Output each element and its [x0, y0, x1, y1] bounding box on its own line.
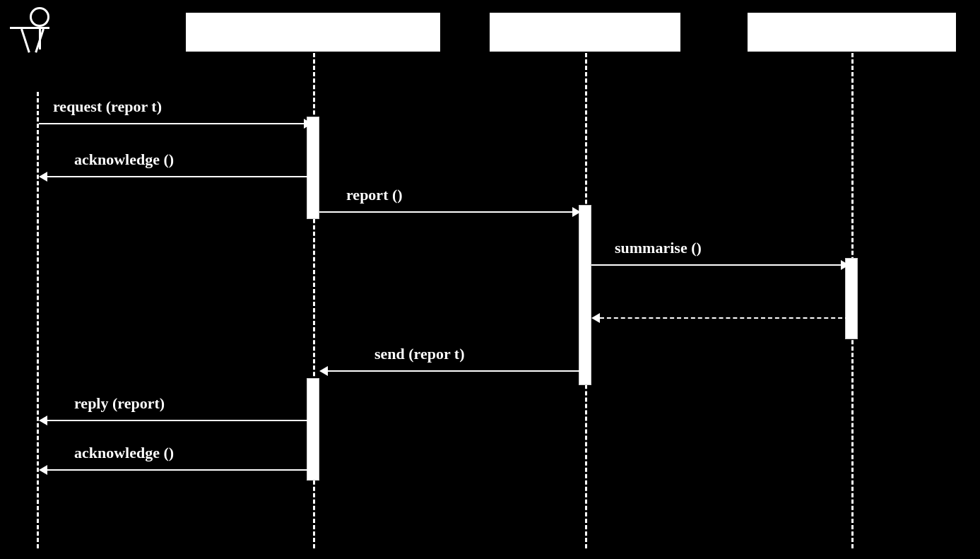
lifeline-box-3	[748, 13, 956, 52]
arrow-line	[47, 420, 312, 421]
stick-head	[30, 7, 49, 27]
lifeline-box-2	[490, 13, 680, 52]
arrow-reply	[39, 416, 312, 425]
label-send: send (repor t)	[374, 345, 465, 363]
arrow-acknowledge1	[39, 172, 312, 182]
arrow-line	[319, 211, 572, 213]
arrow-line	[47, 469, 312, 471]
sequence-diagram: request (repor t) acknowledge () report …	[0, 0, 980, 559]
label-reply: reply (report)	[74, 394, 165, 413]
stick-body	[39, 27, 41, 49]
arrow-line	[39, 123, 304, 124]
arrow-head	[841, 260, 849, 270]
label-summarise: summarise ()	[615, 239, 702, 257]
arrow-summarise	[591, 260, 849, 270]
lifeline-actor	[37, 92, 39, 548]
stick-legs	[15, 29, 50, 54]
arrow-return-dashed	[591, 313, 849, 323]
label-acknowledge1: acknowledge ()	[74, 151, 174, 169]
arrow-report	[319, 207, 581, 217]
arrow-line	[591, 264, 841, 266]
arrow-head	[319, 366, 328, 376]
arrow-acknowledge2	[39, 465, 312, 475]
arrow-request	[39, 119, 312, 129]
arrow-send	[319, 366, 581, 376]
arrow-head	[591, 313, 600, 323]
arrow-line-dashed	[600, 317, 849, 319]
activation-bar-4	[845, 258, 858, 339]
arrow-line	[47, 176, 312, 177]
arrow-line	[328, 370, 581, 372]
actor-stick-figure	[20, 7, 59, 76]
activation-bar-3	[579, 205, 591, 385]
label-acknowledge2: acknowledge ()	[74, 444, 174, 462]
label-request: request (repor t)	[53, 98, 162, 116]
label-report: report ()	[346, 186, 403, 204]
arrow-head	[572, 207, 581, 217]
arrow-head	[39, 416, 47, 425]
lifeline-box-1	[186, 13, 440, 52]
arrow-head	[39, 172, 47, 182]
arrow-head	[304, 119, 312, 129]
activation-bar-1	[307, 117, 319, 219]
arrow-head	[39, 465, 47, 475]
